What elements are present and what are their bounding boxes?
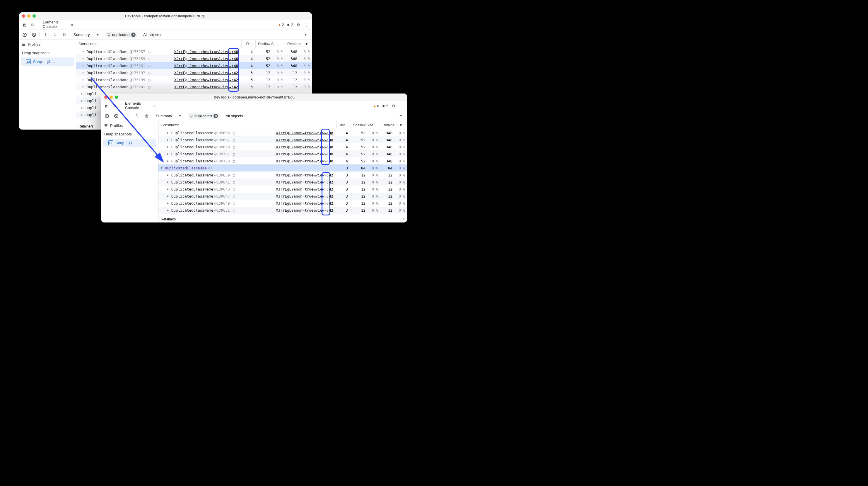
tab-console[interactable]: Console	[122, 106, 150, 110]
source-link[interactable]: XJrrEgL?anon=true&view=:42	[276, 180, 335, 184]
maximize-icon[interactable]	[115, 95, 118, 99]
objects-select[interactable]: All objects▼	[225, 114, 405, 118]
col-retained[interactable]: Retained…▼	[285, 40, 312, 48]
table-row[interactable]: ▼DuplicatedClassName ×73840 %840 %	[158, 165, 407, 171]
source-link[interactable]: XJrrEgL?anon=true&view=:48	[276, 152, 335, 156]
objects-select[interactable]: All objects▼	[143, 32, 310, 37]
warnings-badge[interactable]: ▲2	[277, 20, 285, 30]
source-link[interactable]: XJrrEgL?anon=true&view=:48	[276, 138, 335, 142]
table-row[interactable]: ▶DuplicatedClassName @139639▢XJrrEgL?ano…	[158, 171, 407, 178]
gc-icon[interactable]: 🗑	[60, 31, 68, 39]
source-link[interactable]: XJrrEgL?nocache=true&view=:42	[174, 78, 240, 82]
element-icon: ▢	[148, 85, 151, 89]
kebab-icon[interactable]: ⋮	[303, 20, 311, 30]
warnings-badge[interactable]: ▲6	[372, 101, 380, 111]
close-icon[interactable]	[22, 15, 25, 18]
table-row[interactable]: ▶DuplicatedClassName @139703▢XJrrEgL?ano…	[158, 158, 407, 165]
table-row[interactable]: ▶DuplicatedClassName @139695▢XJrrEgL?ano…	[158, 129, 407, 136]
record-icon[interactable]	[21, 31, 28, 39]
minimize-icon[interactable]	[110, 95, 113, 99]
titlebar: DevTools - codepen.io/web-dot-dev/pen/XJ…	[101, 93, 407, 101]
table-row[interactable]: ▶DuplicatedClassName @139641▢XJrrEgL?ano…	[158, 178, 407, 185]
tab-console[interactable]: Console	[39, 24, 68, 29]
maximize-icon[interactable]	[32, 15, 36, 18]
inspect-icon[interactable]: ◩	[102, 101, 111, 111]
table-row[interactable]: ▶DuplicatedClassName @139701▢XJrrEgL?ano…	[158, 150, 407, 158]
source-link[interactable]: XJrrEgL?nocache=true&view=:42	[174, 85, 240, 89]
export-icon[interactable]: ⤴	[124, 112, 131, 120]
class-filter[interactable]: ▽ duplicated ✕	[188, 113, 220, 119]
element-icon: ▢	[148, 70, 151, 75]
import-icon[interactable]: ⤵	[133, 112, 141, 120]
source-link[interactable]: XJrrEgL?anon=true&view=:48	[276, 131, 335, 135]
clear-icon[interactable]	[30, 31, 38, 39]
export-icon[interactable]: ⤴	[41, 31, 49, 39]
source-link[interactable]: XJrrEgL?anon=true&view=:48	[276, 159, 335, 163]
filter-text: duplicated	[112, 32, 129, 37]
record-icon[interactable]	[103, 112, 111, 120]
table-row[interactable]: ▶DuplicatedClassName @175259▢XJrrEgL?noc…	[76, 55, 312, 62]
import-icon[interactable]: ⤵	[51, 31, 59, 39]
table-row[interactable]: ▶DuplicatedClassName @139699▢XJrrEgL?ano…	[158, 143, 407, 150]
view-select[interactable]: Summary▼	[72, 32, 101, 37]
drag-handle-icon[interactable]: ≡	[403, 217, 405, 221]
col-retained[interactable]: Retaine… ▼	[380, 121, 407, 129]
table-row[interactable]: ▶DuplicatedClassName @139647▢XJrrEgL?ano…	[158, 193, 407, 200]
table-row[interactable]: ▶DuplicatedClassName @175199▢XJrrEgL?noc…	[76, 76, 312, 83]
source-link[interactable]: XJrrEgL?anon=true&view=:42	[276, 194, 335, 198]
minimize-icon[interactable]	[27, 15, 30, 18]
source-link[interactable]: XJrrEgL?anon=true&view=:42	[276, 187, 335, 192]
profiles-header: ☰Profiles	[101, 121, 158, 130]
source-link[interactable]: XJrrEgL?nocache=true&view=:42	[174, 70, 240, 75]
table-row[interactable]: ▶DuplicatedClassName @139697▢XJrrEgL?ano…	[158, 136, 407, 143]
col-constructor[interactable]: Constructor	[158, 121, 337, 129]
gear-icon[interactable]: ⚙	[294, 20, 303, 30]
grid-header: Constructor Di… Shallow Si… Retained…▼	[76, 40, 312, 48]
gc-icon[interactable]: 🗑	[143, 112, 150, 120]
table-row[interactable]: ▶DuplicatedClassName @139649▢XJrrEgL?ano…	[158, 200, 407, 207]
class-filter[interactable]: ▽ duplicated ✕	[106, 32, 137, 37]
table-row[interactable]: ▶DuplicatedClassName @139643▢XJrrEgL?ano…	[158, 185, 407, 193]
more-tabs-icon[interactable]: »	[68, 20, 76, 30]
source-link[interactable]: XJrrEgL?anon=true&view=:42	[276, 173, 335, 177]
snapshot-item[interactable]: Snap… (1.…	[103, 139, 156, 147]
sliders-icon: ☰	[104, 123, 108, 128]
table-row[interactable]: ▶DuplicatedClassName @175257▢XJrrEgL?noc…	[76, 48, 312, 55]
kebab-icon[interactable]: ⋮	[398, 101, 406, 111]
col-distance[interactable]: Dist…	[337, 121, 351, 129]
source-link[interactable]: XJrrEgL?anon=true&view=:48	[276, 145, 335, 149]
clear-filter-icon[interactable]: ✕	[214, 114, 218, 118]
element-icon: ▢	[233, 187, 235, 192]
more-tabs-icon[interactable]: »	[150, 101, 158, 111]
table-row[interactable]: ▶DuplicatedClassName @175197▢XJrrEgL?noc…	[76, 69, 312, 76]
table-row[interactable]: ▶DuplicatedClassName @175201▢XJrrEgL?noc…	[76, 83, 312, 90]
device-icon[interactable]: ⧉	[28, 20, 37, 30]
filter-text: duplicated	[194, 114, 212, 118]
source-link[interactable]: XJrrEgL?anon=true&view=:42	[276, 201, 335, 205]
source-link[interactable]: XJrrEgL?anon=true&view=:42	[276, 208, 335, 212]
col-distance[interactable]: Di…	[242, 40, 256, 48]
devtools-tabbar: ◩ ⧉ ElementsConsoleSourcesNetworkPerform…	[101, 101, 407, 111]
clear-icon[interactable]	[113, 112, 120, 120]
heap-snapshots-header: Heap snapshots	[101, 130, 158, 138]
tab-elements[interactable]: Elements	[39, 20, 68, 24]
errors-badge[interactable]: ◾2	[285, 20, 294, 30]
snapshot-item[interactable]: Snap… (3.…	[21, 57, 74, 66]
tab-elements[interactable]: Elements	[122, 101, 150, 106]
view-select[interactable]: Summary▼	[154, 114, 183, 118]
table-row[interactable]: ▶DuplicatedClassName @139651▢XJrrEgL?ano…	[158, 207, 407, 214]
col-shallow[interactable]: Shallow Size	[351, 121, 380, 129]
retainers-pane[interactable]: Retainers≡	[158, 216, 407, 223]
device-icon[interactable]: ⧉	[111, 101, 119, 111]
gear-icon[interactable]: ⚙	[390, 101, 398, 111]
inspect-icon[interactable]: ◩	[20, 20, 28, 30]
col-constructor[interactable]: Constructor	[76, 40, 242, 48]
close-icon[interactable]	[104, 95, 107, 99]
table-row[interactable]: ▶DuplicatedClassName @175261▢XJrrEgL?noc…	[76, 62, 312, 69]
source-link[interactable]: XJrrEgL?nocache=true&view=:48	[174, 57, 240, 61]
source-link[interactable]: XJrrEgL?nocache=true&view=:48	[174, 50, 240, 54]
clear-filter-icon[interactable]: ✕	[131, 32, 135, 37]
source-link[interactable]: XJrrEgL?nocache=true&view=:48	[174, 64, 240, 68]
errors-badge[interactable]: ◾5	[380, 101, 390, 111]
col-shallow[interactable]: Shallow Si…	[256, 40, 285, 48]
